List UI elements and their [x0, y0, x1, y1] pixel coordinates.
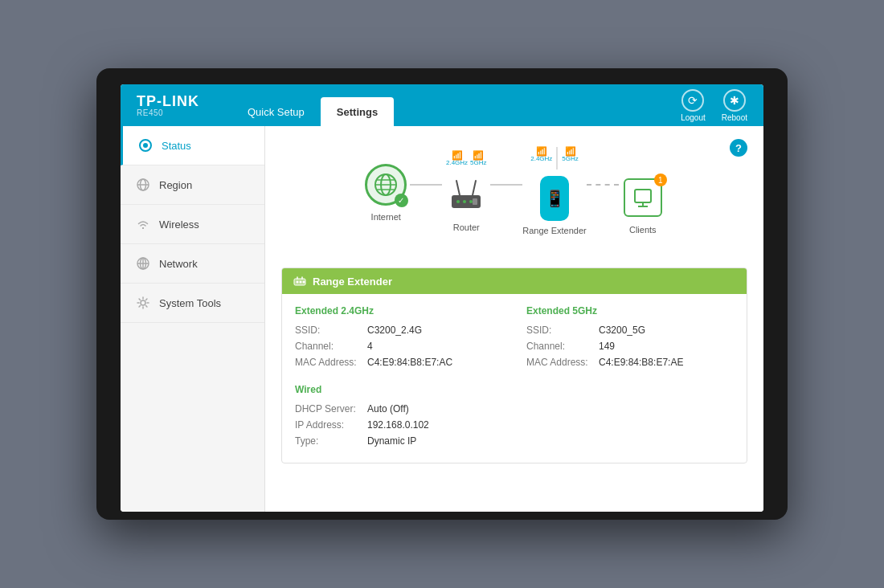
ip-value: 192.168.0.102 [367, 419, 429, 431]
extender-divider [556, 147, 558, 169]
range-extender-card: Range Extender Extended 2.4GHz SSID: C32… [281, 267, 747, 463]
ip-row: IP Address: 192.168.0.102 [295, 419, 734, 431]
sidebar-item-wireless-label: Wireless [159, 218, 199, 231]
svg-point-27 [297, 281, 299, 284]
channel-5-value: 149 [599, 341, 615, 352]
extended-24ghz-col: Extended 2.4GHz SSID: C3200_2.4G Channel… [295, 305, 502, 373]
svg-line-17 [473, 181, 476, 195]
sidebar-item-network-label: Network [159, 258, 198, 270]
status-icon [137, 137, 153, 153]
extended-5ghz-col: Extended 5GHz SSID: C3200_5G Channel: 14… [526, 305, 734, 373]
extender-24ghz-badge: 📶 2.4GHz [530, 147, 552, 169]
connector-2 [490, 184, 522, 186]
reboot-icon: ✱ [723, 89, 746, 112]
channel-24-value: 4 [367, 341, 373, 352]
ssid-24-value: C3200_2.4G [367, 325, 422, 336]
brand-name: TP-LINK [137, 94, 199, 108]
help-button[interactable]: ? [730, 139, 747, 157]
channel-5-label: Channel: [526, 341, 599, 352]
extended-24ghz-title: Extended 2.4GHz [295, 305, 502, 316]
reboot-button[interactable]: ✱ Reboot [722, 89, 747, 122]
topo-range-extender: 📶 2.4GHz 📶 5GHz 📱 [522, 147, 587, 235]
router-svg [445, 178, 487, 213]
channel-24-label: Channel: [295, 341, 367, 352]
dhcp-row: DHCP Server: Auto (Off) [295, 403, 734, 414]
topo-clients: 1 Clients [619, 148, 667, 235]
range-extender-header: Range Extender [282, 268, 747, 294]
sidebar-item-status-label: Status [162, 140, 191, 152]
clients-count-badge: 1 [654, 174, 667, 186]
tab-settings[interactable]: Settings [321, 97, 394, 126]
svg-point-1 [143, 143, 148, 148]
wired-section: Wired DHCP Server: Auto (Off) IP Address… [295, 384, 734, 447]
sidebar-item-region[interactable]: Region [121, 165, 264, 205]
internet-check-badge: ✓ [395, 194, 408, 207]
ssid-5-label: SSID: [526, 325, 599, 336]
network-icon [135, 255, 151, 272]
screen: TP-LINK RE450 Quick Setup Settings ⟳ Log… [121, 84, 763, 512]
svg-point-10 [141, 300, 145, 305]
mac-5-label: MAC Address: [526, 357, 599, 368]
mac-5-row: MAC Address: C4:E9:84:B8:E7:AE [526, 357, 734, 368]
ssid-5-value: C3200_5G [599, 325, 645, 336]
dhcp-label: DHCP Server: [295, 403, 367, 414]
svg-point-29 [303, 281, 305, 284]
svg-point-5 [142, 227, 144, 229]
sidebar-item-network[interactable]: Network [121, 244, 264, 284]
extender-device-icon: 📱 [540, 176, 569, 221]
connector-3 [587, 184, 619, 186]
router-wifi-badges: 📶 2.4GHz 📶 5GHz [446, 151, 487, 166]
sidebar-item-region-label: Region [159, 179, 192, 191]
mac-24-row: MAC Address: C4:E9:84:B8:E7:AC [295, 357, 502, 368]
topo-internet: ✓ Internet [362, 161, 410, 222]
wireless-icon [135, 216, 151, 232]
router-label: Router [453, 223, 480, 232]
router-5ghz-badge: 📶 5GHz [470, 151, 486, 166]
ip-label: IP Address: [295, 419, 367, 431]
system-tools-icon [135, 295, 151, 311]
type-value: Dynamic IP [367, 435, 416, 447]
extender-label: Range Extender [522, 226, 587, 235]
mac-24-value: C4:E9:84:B8:E7:AC [367, 357, 452, 368]
content-area: ? ✓ [265, 126, 763, 512]
extender-5ghz-badge: 📶 5GHz [562, 147, 578, 169]
app-header: TP-LINK RE450 Quick Setup Settings ⟳ Log… [121, 84, 763, 126]
main-layout: Status Region [121, 126, 763, 512]
svg-point-19 [456, 200, 460, 203]
wireless-info-columns: Extended 2.4GHz SSID: C3200_2.4G Channel… [295, 305, 734, 373]
sidebar-item-system-tools[interactable]: System Tools [121, 284, 264, 323]
channel-5-row: Channel: 149 [526, 341, 734, 352]
sidebar-item-wireless[interactable]: Wireless [121, 205, 264, 244]
svg-point-20 [463, 200, 466, 203]
svg-line-16 [456, 181, 460, 195]
header-actions: ⟳ Logout ✱ Reboot [681, 89, 747, 122]
svg-rect-23 [635, 190, 651, 202]
sidebar: Status Region [121, 126, 265, 512]
logout-icon: ⟳ [681, 89, 704, 112]
mac-24-label: MAC Address: [295, 357, 367, 368]
clients-label: Clients [629, 225, 657, 235]
router-24ghz-badge: 📶 2.4GHz [446, 151, 468, 166]
brand-model: RE450 [137, 108, 199, 117]
internet-icon-wrap: ✓ [362, 161, 410, 209]
svg-rect-22 [473, 198, 477, 205]
logo: TP-LINK RE450 [137, 94, 199, 117]
ssid-24-label: SSID: [295, 325, 367, 336]
internet-label: Internet [371, 212, 401, 222]
ssid-24-row: SSID: C3200_2.4G [295, 325, 502, 336]
sidebar-item-status[interactable]: Status [121, 126, 264, 165]
range-extender-title: Range Extender [313, 276, 392, 288]
nav-tabs: Quick Setup Settings [231, 84, 681, 126]
range-extender-body: Extended 2.4GHz SSID: C3200_2.4G Channel… [282, 294, 747, 463]
clients-icon: 1 [624, 178, 662, 217]
extended-5ghz-title: Extended 5GHz [526, 305, 734, 316]
internet-icon: ✓ [365, 164, 407, 206]
mac-5-value: C4:E9:84:B8:E7:AE [599, 357, 683, 368]
topology-diagram: ? ✓ [281, 139, 747, 251]
topo-router: 📶 2.4GHz 📶 5GHz [442, 151, 490, 232]
range-extender-header-icon [293, 275, 306, 288]
dhcp-value: Auto (Off) [367, 403, 409, 414]
logout-button[interactable]: ⟳ Logout [681, 89, 706, 122]
sidebar-item-system-tools-label: System Tools [159, 297, 221, 309]
tab-quick-setup[interactable]: Quick Setup [231, 97, 321, 126]
